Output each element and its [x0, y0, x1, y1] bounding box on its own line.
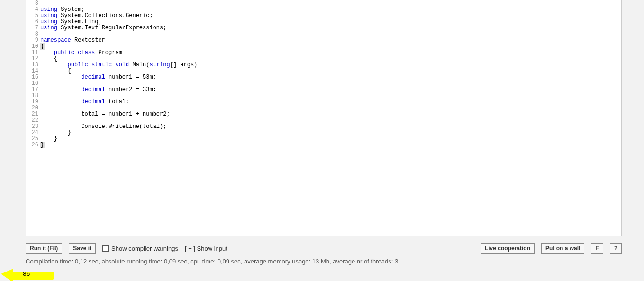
code-line[interactable]: }	[40, 130, 621, 136]
code-line[interactable]: namespace Rextester	[40, 37, 621, 44]
line-number-gutter: 3456789101112131415161718192021222324252…	[26, 0, 38, 236]
code-line[interactable]	[40, 0, 621, 7]
compilation-stats: Compilation time: 0,12 sec, absolute run…	[26, 258, 398, 265]
fullscreen-button[interactable]: F	[591, 243, 603, 254]
save-button[interactable]: Save it	[69, 243, 96, 254]
line-number: 26	[26, 142, 38, 148]
show-input-toggle[interactable]: [ + ] Show input	[185, 245, 227, 252]
program-output: 86	[23, 271, 30, 278]
code-line[interactable]: Console.WriteLine(total);	[40, 124, 621, 130]
code-line[interactable]: decimal total;	[40, 99, 621, 105]
code-line[interactable]: public static void Main(string[] args)	[40, 62, 621, 68]
code-line[interactable]: using System.Text.RegularExpressions;	[40, 25, 621, 31]
show-warnings-label: Show compiler warnings	[111, 245, 178, 252]
code-line[interactable]: decimal number2 = 33m;	[40, 87, 621, 93]
code-line[interactable]: }	[40, 142, 621, 148]
code-line[interactable]	[40, 31, 621, 37]
code-line[interactable]: public class Program	[40, 50, 621, 56]
code-line[interactable]: decimal number1 = 53m;	[40, 74, 621, 81]
toolbar: Run it (F8) Save it Show compiler warnin…	[26, 242, 622, 255]
code-line[interactable]: }	[40, 136, 621, 142]
help-button[interactable]: ?	[610, 243, 622, 254]
code-line[interactable]: using System.Collections.Generic;	[40, 13, 621, 19]
code-line[interactable]: total = number1 + number2;	[40, 111, 621, 118]
live-cooperation-button[interactable]: Live cooperation	[481, 243, 535, 254]
run-button[interactable]: Run it (F8)	[26, 243, 62, 254]
put-on-wall-button[interactable]: Put on a wall	[541, 243, 584, 254]
code-editor[interactable]: 3456789101112131415161718192021222324252…	[26, 0, 622, 236]
code-line[interactable]: {	[40, 44, 621, 50]
show-warnings-checkbox[interactable]	[102, 245, 109, 252]
code-area[interactable]: using System;using System.Collections.Ge…	[40, 0, 621, 236]
output-highlight: 86	[0, 267, 54, 281]
